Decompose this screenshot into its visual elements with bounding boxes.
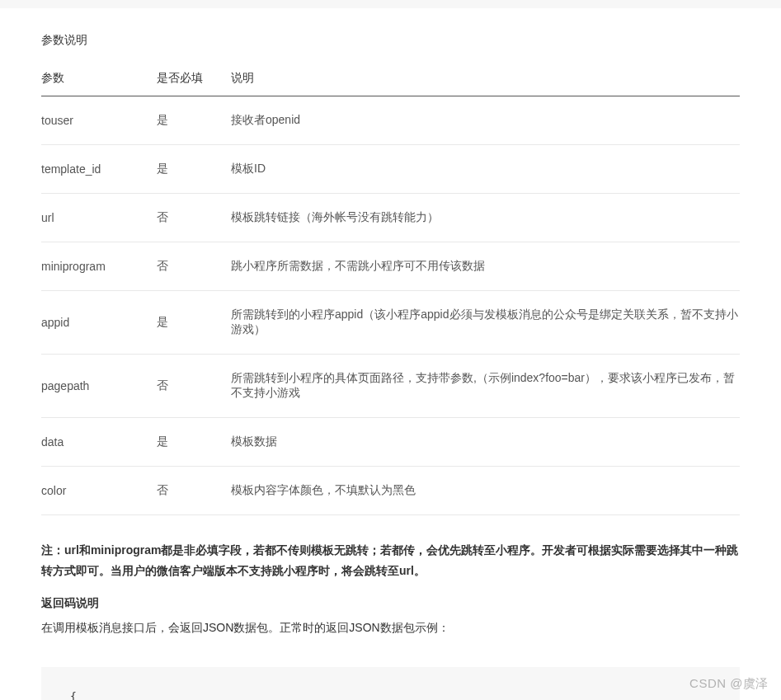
cell-param: template_id bbox=[41, 145, 157, 194]
cell-required: 是 bbox=[157, 418, 231, 467]
table-header-row: 参数 是否必填 说明 bbox=[41, 63, 740, 96]
params-table: 参数 是否必填 说明 touser 是 接收者openid template_i… bbox=[41, 63, 740, 515]
cell-required: 否 bbox=[157, 355, 231, 418]
table-row: appid 是 所需跳转到的小程序appid（该小程序appid必须与发模板消息… bbox=[41, 291, 740, 355]
cell-param: pagepath bbox=[41, 355, 157, 418]
cell-param: data bbox=[41, 418, 157, 467]
table-row: color 否 模板内容字体颜色，不填默认为黑色 bbox=[41, 467, 740, 515]
return-code-title: 返回码说明 bbox=[41, 596, 740, 611]
cell-required: 否 bbox=[157, 194, 231, 242]
cell-desc: 模板跳转链接（海外帐号没有跳转能力） bbox=[231, 194, 740, 242]
note-text: 注：url和miniprogram都是非必填字段，若都不传则模板无跳转；若都传，… bbox=[41, 540, 740, 581]
header-required: 是否必填 bbox=[157, 63, 231, 96]
table-row: template_id 是 模板ID bbox=[41, 145, 740, 194]
section-title: 参数说明 bbox=[41, 33, 740, 48]
cell-param: url bbox=[41, 194, 157, 242]
cell-param: touser bbox=[41, 96, 157, 145]
main-content: 参数说明 参数 是否必填 说明 touser 是 接收者openid templ… bbox=[0, 8, 781, 667]
cell-required: 否 bbox=[157, 242, 231, 291]
cell-desc: 模板数据 bbox=[231, 418, 740, 467]
cell-param: appid bbox=[41, 291, 157, 355]
header-param: 参数 bbox=[41, 63, 157, 96]
cell-required: 是 bbox=[157, 145, 231, 194]
table-row: url 否 模板跳转链接（海外帐号没有跳转能力） bbox=[41, 194, 740, 242]
table-row: data 是 模板数据 bbox=[41, 418, 740, 467]
cell-desc: 模板内容字体颜色，不填默认为黑色 bbox=[231, 467, 740, 515]
header-desc: 说明 bbox=[231, 63, 740, 96]
table-row: miniprogram 否 跳小程序所需数据，不需跳小程序可不用传该数据 bbox=[41, 242, 740, 291]
table-row: pagepath 否 所需跳转到小程序的具体页面路径，支持带参数,（示例inde… bbox=[41, 355, 740, 418]
cell-desc: 所需跳转到小程序的具体页面路径，支持带参数,（示例index?foo=bar），… bbox=[231, 355, 740, 418]
cell-desc: 模板ID bbox=[231, 145, 740, 194]
cell-param: color bbox=[41, 467, 157, 515]
cell-desc: 跳小程序所需数据，不需跳小程序可不用传该数据 bbox=[231, 242, 740, 291]
code-block: { "errcode":0, "errmsg":"ok", "msgid":20… bbox=[41, 667, 740, 700]
table-row: touser 是 接收者openid bbox=[41, 96, 740, 145]
cell-desc: 接收者openid bbox=[231, 96, 740, 145]
cell-required: 是 bbox=[157, 96, 231, 145]
cell-desc: 所需跳转到的小程序appid（该小程序appid必须与发模板消息的公众号是绑定关… bbox=[231, 291, 740, 355]
cell-param: miniprogram bbox=[41, 242, 157, 291]
return-code-desc: 在调用模板消息接口后，会返回JSON数据包。正常时的返回JSON数据包示例： bbox=[41, 621, 740, 636]
top-bar bbox=[0, 0, 781, 8]
cell-required: 否 bbox=[157, 467, 231, 515]
cell-required: 是 bbox=[157, 291, 231, 355]
watermark: CSDN @虞泽 bbox=[689, 676, 769, 692]
